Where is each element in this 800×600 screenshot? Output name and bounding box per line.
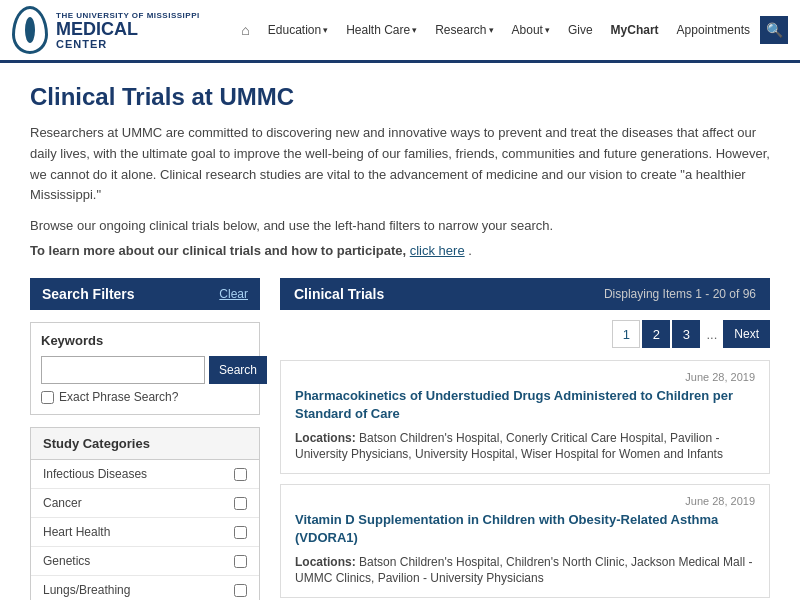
category-heart-health-checkbox[interactable]	[234, 526, 247, 539]
trial-title-link[interactable]: Pharmacokinetics of Understudied Drugs A…	[295, 387, 755, 423]
locations-label: Locations:	[295, 431, 356, 445]
trials-content: Clinical Trials Displaying Items 1 - 20 …	[280, 278, 770, 600]
keyword-search-button[interactable]: Search	[209, 356, 267, 384]
trial-date: June 28, 2019	[295, 371, 755, 383]
filter-title: Search Filters	[42, 286, 135, 302]
trial-card: June 28, 2019 Pharmacokinetics of Unders…	[280, 360, 770, 474]
pagination: 1 2 3 ... Next	[280, 320, 770, 348]
page-1-button[interactable]: 1	[612, 320, 640, 348]
page-title: Clinical Trials at UMMC	[30, 83, 770, 111]
nav-education[interactable]: Education	[260, 19, 336, 41]
keyword-input[interactable]	[41, 356, 205, 384]
trials-count: Displaying Items 1 - 20 of 96	[604, 287, 756, 301]
categories-box: Study Categories Infectious Diseases Can…	[30, 427, 260, 600]
trial-title-link[interactable]: Vitamin D Supplementation in Children wi…	[295, 511, 755, 547]
nav-research[interactable]: Research	[427, 19, 501, 41]
keywords-label: Keywords	[41, 333, 249, 348]
category-lungs-breathing[interactable]: Lungs/Breathing	[31, 576, 259, 600]
nav-give[interactable]: Give	[560, 19, 601, 41]
category-heart-health[interactable]: Heart Health	[31, 518, 259, 547]
categories-header: Study Categories	[31, 428, 259, 460]
learn-text-suffix: .	[468, 243, 472, 258]
category-lungs-checkbox[interactable]	[234, 584, 247, 597]
sidebar: Search Filters Clear Keywords Search Exa…	[30, 278, 260, 600]
logo-icon	[12, 6, 48, 54]
keywords-box: Keywords Search Exact Phrase Search?	[30, 322, 260, 415]
page-ellipsis: ...	[702, 320, 721, 348]
main-content: Clinical Trials at UMMC Researchers at U…	[0, 63, 800, 600]
category-label: Genetics	[43, 554, 90, 568]
filter-clear-button[interactable]: Clear	[219, 287, 248, 301]
learn-text: To learn more about our clinical trials …	[30, 243, 770, 258]
exact-phrase-checkbox[interactable]	[41, 391, 54, 404]
category-infectious-diseases[interactable]: Infectious Diseases	[31, 460, 259, 489]
logo-text: The University of Mississippi MEDICAL CE…	[56, 11, 200, 50]
logo-medical-line: MEDICAL	[56, 20, 200, 38]
category-label: Infectious Diseases	[43, 467, 147, 481]
two-column-layout: Search Filters Clear Keywords Search Exa…	[30, 278, 770, 600]
nav-healthcare[interactable]: Health Care	[338, 19, 425, 41]
category-label: Heart Health	[43, 525, 110, 539]
page-3-button[interactable]: 3	[672, 320, 700, 348]
next-page-button[interactable]: Next	[723, 320, 770, 348]
category-genetics[interactable]: Genetics	[31, 547, 259, 576]
home-nav-icon[interactable]: ⌂	[233, 18, 257, 42]
trial-card: June 28, 2019 Vitamin D Supplementation …	[280, 484, 770, 598]
category-infectious-diseases-checkbox[interactable]	[234, 468, 247, 481]
category-cancer-checkbox[interactable]	[234, 497, 247, 510]
keyword-input-row: Search	[41, 356, 249, 384]
trial-locations: Locations: Batson Children's Hospital, C…	[295, 554, 755, 588]
browse-text: Browse our ongoing clinical trials below…	[30, 218, 770, 233]
category-genetics-checkbox[interactable]	[234, 555, 247, 568]
trial-date: June 28, 2019	[295, 495, 755, 507]
exact-phrase-text: Exact Phrase Search?	[59, 390, 178, 404]
site-header: The University of Mississippi MEDICAL CE…	[0, 0, 800, 63]
category-label: Cancer	[43, 496, 82, 510]
trial-locations: Locations: Batson Children's Hospital, C…	[295, 430, 755, 464]
logo-center-line: CENTER	[56, 38, 200, 50]
exact-phrase-label[interactable]: Exact Phrase Search?	[41, 390, 249, 404]
learn-text-prefix: To learn more about our clinical trials …	[30, 243, 406, 258]
locations-text: Batson Children's Hospital, Conerly Crit…	[295, 431, 723, 462]
locations-label: Locations:	[295, 555, 356, 569]
category-cancer[interactable]: Cancer	[31, 489, 259, 518]
filter-header: Search Filters Clear	[30, 278, 260, 310]
locations-text: Batson Children's Hospital, Children's N…	[295, 555, 752, 586]
trials-title: Clinical Trials	[294, 286, 384, 302]
nav-appointments[interactable]: Appointments	[669, 19, 758, 41]
intro-paragraph: Researchers at UMMC are committed to dis…	[30, 123, 770, 206]
main-nav: ⌂ Education Health Care Research About G…	[232, 16, 788, 44]
nav-mychart[interactable]: MyChart	[603, 19, 667, 41]
nav-search-button[interactable]: 🔍	[760, 16, 788, 44]
nav-about[interactable]: About	[504, 19, 558, 41]
trials-header: Clinical Trials Displaying Items 1 - 20 …	[280, 278, 770, 310]
click-here-link[interactable]: click here	[410, 243, 465, 258]
page-2-button[interactable]: 2	[642, 320, 670, 348]
logo-oval-inner	[25, 17, 35, 43]
category-label: Lungs/Breathing	[43, 583, 130, 597]
logo-area: The University of Mississippi MEDICAL CE…	[12, 6, 232, 54]
